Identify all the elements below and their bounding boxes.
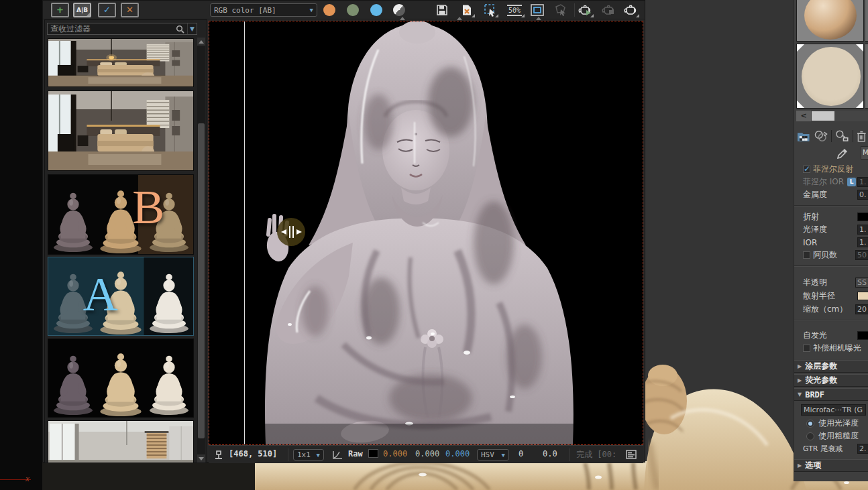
- safe-frame-icon: [531, 4, 544, 16]
- ab-wipe-line[interactable]: [244, 21, 245, 444]
- slot-scroll-left-button[interactable]: <: [796, 111, 811, 121]
- region-handle-icon: [400, 17, 405, 20]
- material-type-button[interactable]: Ma: [861, 146, 868, 160]
- rollout-options[interactable]: ▶ 选项: [794, 459, 868, 472]
- get-material-icon[interactable]: [797, 131, 810, 142]
- render-button[interactable]: [623, 3, 639, 17]
- scale-field[interactable]: 20: [855, 304, 868, 314]
- zoom-50-label: 50%: [507, 5, 522, 16]
- vfb-status-bar: [468, 510] 1x1▼ Raw 0.000 0.000 0.000 HS…: [209, 445, 643, 463]
- brdf-type-dropdown[interactable]: Microfac⋯TR (G: [801, 404, 866, 416]
- rollout-coat-params[interactable]: ▶ 涂层参数: [794, 360, 868, 373]
- fresnel-ior-lock-button[interactable]: L: [847, 178, 856, 186]
- scroll-down-button[interactable]: [197, 454, 205, 463]
- render-history-panel: 查收过滤器 ▼: [44, 19, 207, 463]
- zoom-50-button[interactable]: 50%: [504, 3, 525, 17]
- metalness-field[interactable]: 0.: [857, 190, 868, 200]
- material-sphere-preview: [804, 0, 857, 40]
- history-thumbnail[interactable]: [48, 420, 194, 463]
- hsv-dropdown[interactable]: HSV▼: [477, 449, 509, 461]
- use-glossiness-label: 使用光泽度: [818, 418, 859, 429]
- scrollbar-thumb[interactable]: [198, 123, 205, 438]
- material-slot-sphere[interactable]: [796, 0, 864, 42]
- history-thumbnail[interactable]: [48, 38, 194, 87]
- pixel-ratio-dropdown[interactable]: 1x1▼: [293, 449, 324, 461]
- teapot-play-icon: [578, 4, 594, 16]
- translucency-label: 半透明: [803, 277, 827, 288]
- wipe-cursor: [276, 217, 306, 247]
- history-thumbnail[interactable]: [48, 339, 194, 418]
- history-thumbnail[interactable]: [48, 90, 194, 171]
- gtr-falloff-label: GTR 尾衰减: [803, 444, 843, 454]
- refraction-color-swatch[interactable]: [857, 212, 868, 221]
- ior-field[interactable]: 1.: [857, 237, 868, 247]
- rollout-brdf[interactable]: ▼ BRDF: [794, 388, 868, 401]
- floppy-icon: [436, 4, 448, 16]
- scroll-up-button[interactable]: [197, 38, 205, 46]
- translucency-dropdown[interactable]: SS: [855, 278, 868, 288]
- channel-dropdown[interactable]: RGB color [AB]▼: [210, 3, 317, 17]
- use-glossiness-radio[interactable]: [806, 420, 814, 428]
- compensate-exposure-label: 补偿相机曝光: [813, 343, 861, 354]
- viewport-axis-label: x: [25, 473, 30, 484]
- region-select-icon: [484, 3, 497, 17]
- refraction-label: 折射: [803, 211, 819, 223]
- scatter-color-swatch[interactable]: [857, 292, 868, 300]
- put-to-library-icon[interactable]: [835, 130, 849, 142]
- search-placeholder: 查收过滤器: [50, 23, 91, 34]
- fresnel-checkbox[interactable]: [803, 166, 810, 173]
- red-channel-dot[interactable]: [323, 4, 335, 16]
- slot-selected-corner: [856, 101, 863, 108]
- alpha-channel-dot[interactable]: [393, 4, 405, 16]
- history-search-input[interactable]: 查收过滤器 ▼: [47, 23, 197, 35]
- stats-icon[interactable]: [626, 450, 637, 459]
- slot-scrollbar[interactable]: <: [796, 111, 868, 121]
- clear-image-button[interactable]: [459, 3, 475, 17]
- region-render-button[interactable]: [482, 3, 498, 17]
- use-roughness-radio[interactable]: [806, 432, 814, 440]
- slot-scrollbar-thumb[interactable]: [812, 111, 834, 121]
- page-x-icon: [461, 4, 473, 16]
- select-object-button-disabled: [553, 3, 569, 17]
- history-thumbnail[interactable]: B: [48, 174, 194, 255]
- search-options-caret[interactable]: ▼: [187, 23, 197, 34]
- proportion-guide-button[interactable]: [529, 3, 545, 17]
- ior-label: IOR: [803, 238, 817, 247]
- green-channel-dot[interactable]: [347, 4, 359, 16]
- assign-material-icon[interactable]: [814, 130, 828, 142]
- history-scrollbar[interactable]: [197, 38, 205, 463]
- save-image-button[interactable]: [434, 3, 450, 17]
- compensate-exposure-checkbox[interactable]: [803, 345, 810, 352]
- pixel-probe-pin-icon[interactable]: [214, 450, 223, 460]
- rendered-statue-image: [209, 21, 643, 444]
- self-illumination-swatch[interactable]: [857, 331, 868, 340]
- chevron-right-icon: ▶: [798, 377, 802, 383]
- value-hue: 0: [519, 449, 523, 458]
- color-curve-icon[interactable]: [333, 450, 343, 459]
- history-save-button[interactable]: +: [51, 3, 69, 17]
- set-a-button[interactable]: ✓: [98, 3, 116, 17]
- render-last-button[interactable]: [578, 3, 594, 17]
- material-slot-active[interactable]: [796, 44, 864, 109]
- slot-selected-corner: [856, 44, 863, 52]
- fresnel-ior-label: 菲涅尔 IOR: [803, 176, 844, 188]
- history-thumbnail[interactable]: A: [48, 257, 194, 336]
- teapot-icon: [623, 4, 639, 16]
- search-icon[interactable]: [176, 25, 184, 34]
- blue-channel-dot[interactable]: [370, 4, 382, 16]
- ab-compare-button[interactable]: A|B: [73, 3, 91, 17]
- scatter-radius-label: 散射半径: [803, 290, 835, 302]
- compare-letter-a: A: [83, 270, 118, 318]
- abbe-field[interactable]: 50: [855, 250, 868, 260]
- material-params: 菲涅尔反射 菲涅尔 IOR L 1. 金属度 0. 折射 光泽度 1. IOR: [794, 163, 868, 472]
- render-view[interactable]: [209, 21, 643, 445]
- fresnel-label: 菲涅尔反射: [813, 164, 853, 175]
- eyedropper-icon[interactable]: [836, 147, 849, 160]
- glossiness-field[interactable]: 1.: [857, 225, 868, 235]
- set-b-button[interactable]: ✕: [121, 3, 139, 17]
- abbe-checkbox[interactable]: [803, 251, 810, 259]
- fresnel-ior-field[interactable]: 1.: [857, 177, 868, 187]
- rollout-sheen-params[interactable]: ▶ 荧光参数: [794, 374, 868, 387]
- gtr-falloff-field[interactable]: 2.: [857, 444, 868, 454]
- delete-material-icon[interactable]: [857, 131, 867, 142]
